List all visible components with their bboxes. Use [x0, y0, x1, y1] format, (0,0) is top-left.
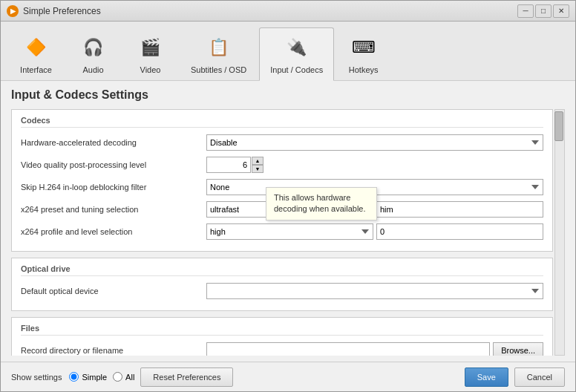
x264-level-input[interactable]	[376, 223, 543, 240]
interface-icon: 🔶	[22, 33, 51, 62]
subtitles-icon: 📋	[204, 33, 234, 62]
simple-radio[interactable]	[69, 372, 79, 382]
reset-preferences-button[interactable]: Reset Preferences	[140, 368, 233, 387]
x264-preset-label: x264 preset and tuning selection	[21, 205, 206, 214]
codecs-section-title: Codecs	[21, 116, 543, 128]
tab-hotkeys-label: Hotkeys	[349, 65, 379, 74]
main-content: Input & Codecs Settings Codecs Hardware-…	[1, 81, 575, 362]
tab-input[interactable]: 🔌 Input / Codecs	[259, 27, 334, 81]
tab-hotkeys[interactable]: ⌨ Hotkeys	[336, 27, 391, 80]
audio-icon: 🎧	[79, 33, 108, 62]
title-bar-text: Simple Preferences	[23, 6, 517, 16]
app-icon: ▶	[7, 5, 19, 17]
x264-profile-select[interactable]: high baseline main high10 high422	[206, 223, 373, 240]
tab-video[interactable]: 🎬 Video	[122, 27, 178, 80]
page-title: Input & Codecs Settings	[11, 88, 565, 102]
hardware-decoding-row: Hardware-accelerated decoding Disable Au…	[21, 134, 543, 151]
video-quality-label: Video quality post-processing level	[21, 160, 206, 169]
spinner-down-button[interactable]: ▼	[252, 165, 264, 173]
files-section: Files Record directory or filename Brows…	[11, 317, 553, 356]
video-quality-input[interactable]	[206, 157, 251, 173]
all-radio[interactable]	[113, 372, 122, 382]
tab-audio[interactable]: 🎧 Audio	[65, 27, 121, 80]
browse-button[interactable]: Browse...	[493, 342, 543, 356]
hardware-decoding-select[interactable]: Disable Automatic DirectX Video Accelera…	[206, 134, 543, 151]
optical-device-label: Default optical device	[21, 287, 206, 295]
video-icon: 🎬	[136, 33, 166, 62]
x264-profile-label: x264 profile and level selection	[21, 227, 206, 236]
optical-device-row: Default optical device	[21, 282, 543, 300]
input-icon: 🔌	[282, 33, 312, 62]
x264-tuning-input[interactable]	[376, 201, 543, 218]
title-bar: ▶ Simple Preferences ─ □ ✕	[1, 1, 575, 22]
video-quality-spinner: ▲ ▼	[206, 157, 266, 173]
simple-radio-label: Simple	[82, 373, 107, 382]
cancel-button[interactable]: Cancel	[514, 368, 565, 387]
tab-input-label: Input / Codecs	[270, 65, 323, 74]
scrollbar-track[interactable]	[554, 109, 565, 356]
title-bar-controls: ─ □ ✕	[517, 4, 569, 18]
tab-subtitles-label: Subtitles / OSD	[191, 65, 246, 74]
optical-section: Optical drive Default optical device	[11, 258, 553, 311]
hardware-decoding-label: Hardware-accelerated decoding	[21, 138, 206, 147]
all-radio-label: All	[125, 373, 134, 382]
scroll-area: Codecs Hardware-accelerated decoding Dis…	[11, 109, 565, 356]
optical-section-title: Optical drive	[21, 264, 543, 276]
record-dir-controls: Browse...	[206, 342, 543, 356]
files-section-title: Files	[21, 324, 543, 336]
record-dir-row: Record directory or filename Browse...	[21, 342, 543, 356]
close-button[interactable]: ✕	[553, 4, 569, 18]
optical-device-select[interactable]	[206, 283, 543, 299]
tab-interface-label: Interface	[20, 65, 52, 74]
tab-subtitles[interactable]: 📋 Subtitles / OSD	[180, 27, 258, 80]
save-button[interactable]: Save	[465, 368, 508, 387]
maximize-button[interactable]: □	[535, 4, 552, 18]
spinner-buttons: ▲ ▼	[252, 157, 264, 173]
minimize-button[interactable]: ─	[517, 4, 534, 18]
spinner-up-button[interactable]: ▲	[252, 157, 264, 165]
x264-profile-controls: high baseline main high10 high422	[206, 223, 543, 240]
radio-all-group: All	[113, 372, 134, 382]
hotkeys-icon: ⌨	[349, 33, 379, 62]
video-quality-row: Video quality post-processing level ▲ ▼ …	[21, 156, 543, 174]
codecs-section: Codecs Hardware-accelerated decoding Dis…	[11, 109, 553, 252]
main-window: ▶ Simple Preferences ─ □ ✕ 🔶 Interface 🎧…	[0, 0, 576, 392]
record-dir-input[interactable]	[206, 342, 490, 356]
skip-h264-label: Skip H.264 in-loop deblocking filter	[21, 183, 206, 192]
nav-tabs: 🔶 Interface 🎧 Audio 🎬 Video 📋 Subtitles …	[1, 22, 575, 81]
show-settings-label: Show settings	[11, 373, 62, 382]
x264-profile-row: x264 profile and level selection high ba…	[21, 223, 543, 241]
tab-video-label: Video	[140, 65, 161, 74]
hardware-decoding-tooltip: This allows hardware decoding when avail…	[266, 187, 377, 220]
radio-simple-group: Simple	[69, 372, 107, 382]
scrollbar-thumb[interactable]	[554, 111, 563, 141]
bottom-bar: Show settings Simple All Reset Preferenc…	[1, 362, 575, 391]
tab-audio-label: Audio	[82, 65, 103, 74]
tab-interface[interactable]: 🔶 Interface	[8, 27, 64, 80]
record-dir-label: Record directory or filename	[21, 346, 206, 355]
